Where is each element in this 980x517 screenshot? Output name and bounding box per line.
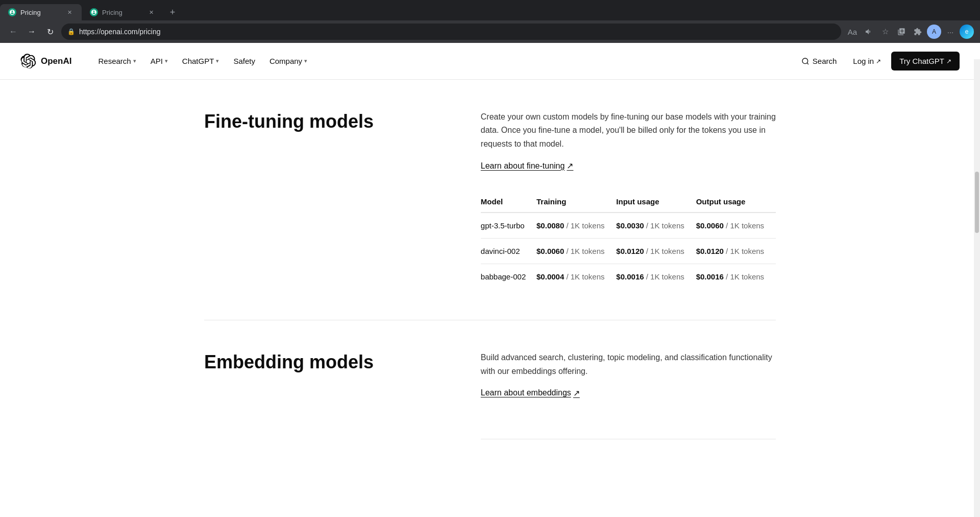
url-text: https://openai.com/pricing bbox=[79, 28, 161, 36]
profile-icon[interactable]: A bbox=[927, 25, 941, 39]
tab-close-2[interactable]: ✕ bbox=[147, 8, 155, 16]
input-unit-davinci: / 1K tokens bbox=[646, 247, 684, 255]
browser-tabs: Pricing ✕ Pricing ✕ + bbox=[0, 0, 980, 20]
logo-text: OpenAI bbox=[41, 56, 71, 66]
translate-icon[interactable]: Aa bbox=[845, 25, 860, 39]
training-davinci: $0.0060 / 1K tokens bbox=[536, 239, 616, 264]
toolbar-icons: Aa ☆ A ··· e bbox=[845, 25, 974, 39]
svg-line-1 bbox=[807, 63, 808, 64]
fine-tuning-description: Create your own custom models by fine-tu… bbox=[481, 110, 776, 151]
output-babbage: $0.0016 / 1K tokens bbox=[696, 264, 776, 290]
tab-favicon-2 bbox=[90, 8, 98, 16]
embedding-right: Build advanced search, clustering, topic… bbox=[481, 351, 776, 439]
try-chatgpt-button[interactable]: Try ChatGPT ↗ bbox=[891, 52, 960, 70]
new-tab-button[interactable]: + bbox=[165, 5, 180, 19]
nav-research[interactable]: Research ▾ bbox=[92, 53, 142, 69]
chatgpt-chevron-icon: ▾ bbox=[216, 58, 219, 64]
input-price-babbage: $0.0016 bbox=[616, 272, 644, 281]
scrollbar[interactable] bbox=[974, 59, 980, 470]
training-unit-gpt35: / 1K tokens bbox=[566, 221, 604, 230]
collections-icon[interactable] bbox=[894, 25, 909, 39]
fine-tuning-left: Fine-tuning models bbox=[204, 110, 450, 132]
fine-tuning-right: Create your own custom models by fine-tu… bbox=[481, 110, 776, 289]
nav-safety-label: Safety bbox=[233, 57, 255, 65]
nav-safety[interactable]: Safety bbox=[227, 53, 261, 69]
nav-company[interactable]: Company ▾ bbox=[263, 53, 313, 69]
input-unit-gpt35: / 1K tokens bbox=[646, 221, 684, 230]
input-price-gpt35: $0.0030 bbox=[616, 221, 644, 230]
learn-embeddings-arrow-icon: ↗ bbox=[573, 388, 580, 398]
nav-company-label: Company bbox=[270, 57, 302, 65]
input-gpt35: $0.0030 / 1K tokens bbox=[616, 213, 696, 239]
refresh-button[interactable]: ↻ bbox=[43, 25, 57, 39]
search-button[interactable]: Search bbox=[795, 53, 843, 69]
model-davinci: davinci-002 bbox=[481, 239, 536, 264]
login-label: Log in bbox=[853, 57, 874, 65]
learn-fine-tuning-label: Learn about fine-tuning bbox=[481, 161, 565, 171]
fine-tuning-section: Fine-tuning models Create your own custo… bbox=[204, 80, 776, 320]
nav-chatgpt-label: ChatGPT bbox=[182, 57, 214, 65]
table-row: davinci-002 $0.0060 / 1K tokens $0.0120 … bbox=[481, 239, 776, 264]
nav-research-label: Research bbox=[98, 57, 131, 65]
nav-chatgpt[interactable]: ChatGPT ▾ bbox=[176, 53, 226, 69]
embedding-section: Embedding models Build advanced search, … bbox=[204, 320, 776, 470]
browser-tab-inactive[interactable]: Pricing ✕ bbox=[82, 4, 163, 20]
input-price-davinci: $0.0120 bbox=[616, 247, 644, 255]
address-bar[interactable]: 🔒 https://openai.com/pricing bbox=[61, 24, 841, 40]
embedding-left: Embedding models bbox=[204, 351, 450, 373]
model-babbage: babbage-002 bbox=[481, 264, 536, 290]
read-aloud-icon[interactable] bbox=[862, 25, 876, 39]
try-label: Try ChatGPT bbox=[899, 57, 944, 65]
output-price-davinci: $0.0120 bbox=[696, 247, 724, 255]
edge-icon[interactable]: e bbox=[960, 25, 974, 39]
tab-close-1[interactable]: ✕ bbox=[65, 8, 74, 16]
nav-api-label: API bbox=[151, 57, 163, 65]
input-unit-babbage: / 1K tokens bbox=[646, 272, 684, 281]
training-price-gpt35: $0.0080 bbox=[536, 221, 564, 230]
browser-chrome: Pricing ✕ Pricing ✕ + ← → ↻ 🔒 https://op… bbox=[0, 0, 980, 43]
page-content: Fine-tuning models Create your own custo… bbox=[184, 80, 796, 470]
company-chevron-icon: ▾ bbox=[304, 58, 307, 64]
extensions-icon[interactable] bbox=[911, 25, 925, 39]
page-wrapper: OpenAI Research ▾ API ▾ ChatGPT ▾ Safety… bbox=[0, 43, 980, 470]
col-training: Training bbox=[536, 191, 616, 213]
back-button[interactable]: ← bbox=[6, 25, 20, 39]
col-output: Output usage bbox=[696, 191, 776, 213]
tab-label-1: Pricing bbox=[20, 9, 61, 16]
scrollbar-thumb[interactable] bbox=[975, 172, 979, 233]
training-babbage: $0.0004 / 1K tokens bbox=[536, 264, 616, 290]
table-row: babbage-002 $0.0004 / 1K tokens $0.0016 … bbox=[481, 264, 776, 290]
api-chevron-icon: ▾ bbox=[165, 58, 168, 64]
output-unit-gpt35: / 1K tokens bbox=[726, 221, 764, 230]
fine-tuning-layout: Fine-tuning models Create your own custo… bbox=[204, 110, 776, 289]
table-row: gpt-3.5-turbo $0.0080 / 1K tokens $0.003… bbox=[481, 213, 776, 239]
learn-fine-tuning-arrow-icon: ↗ bbox=[567, 161, 573, 171]
search-label: Search bbox=[813, 57, 837, 65]
search-icon bbox=[801, 57, 810, 65]
openai-logo[interactable]: OpenAI bbox=[20, 54, 71, 69]
output-price-gpt35: $0.0060 bbox=[696, 221, 724, 230]
training-unit-davinci: / 1K tokens bbox=[566, 247, 604, 255]
input-davinci: $0.0120 / 1K tokens bbox=[616, 239, 696, 264]
learn-fine-tuning-link[interactable]: Learn about fine-tuning ↗ bbox=[481, 161, 574, 171]
embedding-table-divider bbox=[481, 439, 776, 439]
login-button[interactable]: Log in ↗ bbox=[847, 53, 887, 69]
output-unit-babbage: / 1K tokens bbox=[726, 272, 764, 281]
research-chevron-icon: ▾ bbox=[133, 58, 136, 64]
more-icon[interactable]: ··· bbox=[943, 25, 958, 39]
output-unit-davinci: / 1K tokens bbox=[726, 247, 764, 255]
nav-links: Research ▾ API ▾ ChatGPT ▾ Safety Compan… bbox=[92, 53, 795, 69]
lock-icon: 🔒 bbox=[67, 28, 75, 35]
learn-embeddings-label: Learn about embeddings bbox=[481, 388, 571, 397]
favorites-icon[interactable]: ☆ bbox=[878, 25, 892, 39]
login-arrow-icon: ↗ bbox=[876, 58, 881, 65]
openai-logo-icon bbox=[20, 54, 36, 69]
embedding-title: Embedding models bbox=[204, 351, 450, 373]
nav-api[interactable]: API ▾ bbox=[144, 53, 174, 69]
forward-button[interactable]: → bbox=[24, 25, 39, 39]
col-input: Input usage bbox=[616, 191, 696, 213]
output-price-babbage: $0.0016 bbox=[696, 272, 724, 281]
browser-tab-active[interactable]: Pricing ✕ bbox=[0, 4, 82, 20]
learn-embeddings-link[interactable]: Learn about embeddings ↗ bbox=[481, 388, 580, 398]
table-header: Model Training Input usage Output usage bbox=[481, 191, 776, 213]
